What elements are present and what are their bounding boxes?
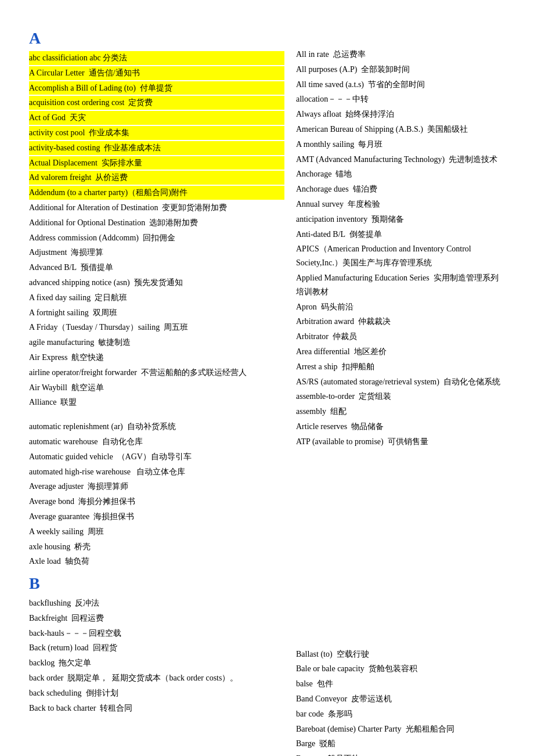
list-item: anticipation inventory 预期储备 [296, 213, 505, 226]
list-item: airline operator/freight forwarder 不营运船舶… [29, 366, 284, 380]
list-item: back-hauls－－－回程空载 [29, 627, 284, 640]
list-item: Anti-dated B/L 倒签提单 [296, 228, 505, 242]
list-item: Back to back charter 转租合同 [29, 701, 284, 715]
list-item: backlog 拖欠定单 [29, 656, 284, 670]
list-item: axle housing 桥壳 [29, 540, 284, 554]
list-item: A fortnight sailing 双周班 [29, 306, 284, 320]
list-item: Advanced B/L 预借提单 [29, 261, 284, 275]
list-item: All in rate 总运费率 [296, 48, 505, 62]
list-item: A Friday（Tuesday / Thursday）sailing 周五班 [29, 321, 284, 334]
list-item: AMT (Advanced Manufacturing Technology) … [296, 153, 505, 167]
list-item: activity-based costing 作业基准成本法 [29, 141, 284, 155]
list-item: Anchorage 锚地 [296, 167, 505, 181]
list-item: Average bond 海损分摊担保书 [29, 495, 284, 509]
list-item: Barratry 船员不轨 [296, 752, 505, 756]
list-item: Addendum (to a charter party)（租船合同)附件 [29, 186, 284, 200]
list-item: acquisition cost ordering cost 定货费 [29, 96, 284, 110]
list-item: Article reserves 物品储备 [296, 420, 505, 434]
list-item: bar code 条形吗 [296, 707, 505, 721]
list-item: assembly 组配 [296, 405, 505, 419]
list-item: Annual survey 年度检验 [296, 197, 505, 211]
list-item: agile manufacturing 敏捷制造 [29, 336, 284, 350]
list-item: Arbitration award 仲裁裁决 [296, 315, 505, 329]
list-item: balse 包件 [296, 677, 505, 691]
list-item: All time saved (a.t.s) 节省的全部时间 [296, 78, 505, 92]
list-item: Backfreight 回程运费 [29, 611, 284, 625]
list-item: APICS（American Production and Inventory … [296, 242, 505, 270]
list-item: A monthly sailing 每月班 [296, 138, 505, 152]
list-item: Axle load 轴负荷 [29, 555, 284, 568]
list-item: Air Waybill 航空运单 [29, 381, 284, 395]
list-item: Average guarantee 海损担保书 [29, 510, 284, 524]
list-item: Area differential 地区差价 [296, 345, 505, 359]
list-item: A Circular Letter 通告信/通知书 [29, 66, 284, 80]
list-item: Bale or bale capacity 货舱包装容积 [296, 662, 505, 676]
list-item: Actual Displacement 实际排水量 [29, 156, 284, 170]
left-entries-a: abc classificiation abc 分类法 A Circular L… [29, 51, 284, 409]
right-entries-top: All in rate 总运费率 All purposes (A.P) 全部装卸… [296, 48, 505, 449]
list-item: Arbitrator 仲裁员 [296, 330, 505, 344]
list-item: advanced shipping notice (asn) 预先发货通知 [29, 276, 284, 290]
list-item: Band Conveyor 皮带运送机 [296, 692, 505, 706]
list-item: AS/RS (automated storage/retrieval syste… [296, 375, 505, 389]
list-item: automated high-rise warehouse 自动立体仓库 [29, 465, 284, 479]
list-item: allocation－－－中转 [296, 92, 505, 106]
list-item: back order 脱期定单， 延期交货成本（back order costs… [29, 671, 284, 685]
list-item: Applied Manufacturing Education Series 实… [296, 271, 505, 299]
list-item: ATP (available to promise) 可供销售量 [296, 435, 505, 449]
list-item: Automatic guided vehicle （AGV）自动导引车 [29, 450, 284, 464]
right-entries-b: Ballast (to) 空载行驶 Bale or bale capacity … [296, 647, 505, 756]
list-item: abc classificiation abc 分类法 [29, 51, 284, 65]
list-item: back scheduling 倒排计划 [29, 686, 284, 700]
list-item: Adjustment 海损理算 [29, 246, 284, 260]
list-item: assemble-to-order 定货组装 [296, 390, 505, 404]
list-item: All purposes (A.P) 全部装卸时间 [296, 63, 505, 77]
list-item: Always afloat 始终保持浮泊 [296, 107, 505, 121]
list-item: A fixed day sailing 定日航班 [29, 291, 284, 305]
list-item: automatic warehouse 自动化仓库 [29, 435, 284, 449]
page-content: A abc classificiation abc 分类法 A Circular… [29, 23, 505, 756]
list-item: Air Express 航空快递 [29, 351, 284, 365]
list-item: Address commission (Addcomm) 回扣佣金 [29, 231, 284, 245]
list-item: Arrest a ship 扣押船舶 [296, 360, 505, 374]
list-item: activity cost pool 作业成本集 [29, 126, 284, 140]
list-item: backflushing 反冲法 [29, 596, 284, 610]
list-item: Accomplish a Bill of Lading (to) 付单提货 [29, 81, 284, 95]
list-item: Additional for Alteration of Destination… [29, 201, 284, 215]
list-item: automatic replenishment (ar) 自动补货系统 [29, 420, 284, 434]
list-item: A weekly sailing 周班 [29, 525, 284, 539]
list-item: Bareboat (demise) Charter Party 光船租船合同 [296, 722, 505, 736]
right-column: All in rate 总运费率 All purposes (A.P) 全部装卸… [296, 23, 505, 756]
list-item: Alliance 联盟 [29, 395, 284, 409]
list-item: Apron 码头前沿 [296, 300, 505, 314]
list-item: Act of God 天灾 [29, 111, 284, 125]
list-item: Ballast (to) 空载行驶 [296, 647, 505, 661]
list-item: Back (return) load 回程货 [29, 641, 284, 655]
section-a-letter: A [29, 29, 284, 48]
list-item: Average adjuster 海损理算师 [29, 480, 284, 494]
left-entries-b: backflushing 反冲法 Backfreight 回程运费 back-h… [29, 596, 284, 715]
list-item: Barge 驳船 [296, 737, 505, 751]
left-entries-a2: automatic replenishment (ar) 自动补货系统 auto… [29, 420, 284, 568]
list-item: Anchorage dues 锚泊费 [296, 182, 505, 196]
left-column: A abc classificiation abc 分类法 A Circular… [29, 23, 284, 756]
section-b-letter: B [29, 574, 284, 593]
list-item: Additional for Optional Destination 选卸港附… [29, 216, 284, 230]
list-item: American Bureau of Shipping (A.B.S.) 美国船… [296, 123, 505, 136]
list-item: Ad valorem freight 从价运费 [29, 171, 284, 185]
